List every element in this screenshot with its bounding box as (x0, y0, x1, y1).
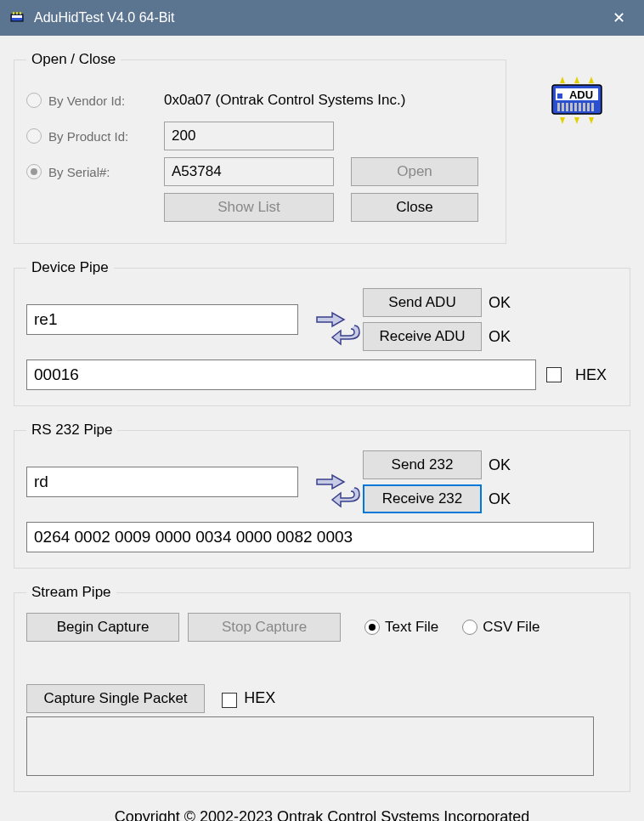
svg-rect-12 (557, 103, 560, 111)
device-pipe-legend: Device Pipe (26, 259, 114, 276)
svg-rect-10 (557, 93, 562, 99)
app-icon (8, 9, 25, 26)
csv-file-radio[interactable] (462, 620, 477, 635)
send-232-button[interactable]: Send 232 (363, 450, 482, 479)
svg-rect-20 (591, 103, 594, 111)
show-list-button: Show List (164, 193, 334, 222)
stream-pipe-legend: Stream Pipe (26, 584, 116, 601)
receive-arrow-icon (329, 324, 363, 349)
device-hex-checkbox[interactable] (546, 367, 562, 382)
device-hex-label: HEX (575, 366, 607, 384)
open-button: Open (351, 157, 478, 186)
receive-232-button[interactable]: Receive 232 (363, 484, 482, 513)
svg-rect-17 (579, 103, 581, 111)
svg-marker-21 (560, 117, 565, 124)
svg-marker-6 (574, 76, 579, 83)
capture-single-packet-button[interactable]: Capture Single Packet (26, 684, 205, 713)
send-adu-button[interactable]: Send ADU (363, 288, 482, 317)
svg-marker-5 (560, 76, 565, 83)
receive-232-status: OK (489, 490, 511, 508)
csv-file-label: CSV File (483, 619, 539, 636)
copyright-line: Copyright © 2002-2023 Ontrak Control Sys… (14, 807, 630, 821)
svg-rect-16 (574, 103, 577, 111)
title-bar: AduHidTest V4.0 64-Bit ✕ (0, 0, 644, 36)
stream-pipe-group: Stream Pipe Begin Capture Stop Capture T… (14, 584, 630, 792)
device-pipe-group: Device Pipe Send ADU OK Receive ADU OK (14, 259, 630, 406)
send-232-status: OK (489, 456, 511, 474)
serial-field: A53784 (164, 157, 334, 186)
packet-output (26, 716, 594, 776)
svg-text:ADU: ADU (569, 88, 593, 101)
client-area: Open / Close By Vendor Id: 0x0a07 (Ontra… (0, 36, 644, 821)
serial-radio (26, 164, 42, 179)
text-file-radio[interactable] (364, 620, 380, 635)
product-label: By Product Id: (48, 129, 128, 144)
vendor-radio (26, 93, 42, 108)
device-pipe-input[interactable] (26, 304, 298, 335)
send-adu-status: OK (489, 294, 511, 312)
svg-rect-18 (583, 103, 585, 111)
vendor-text: 0x0a07 (Ontrak Control Systems Inc.) (164, 92, 405, 109)
svg-marker-7 (589, 76, 594, 83)
window-title: AduHidTest V4.0 64-Bit (34, 10, 602, 25)
stream-hex-checkbox[interactable] (222, 693, 237, 708)
close-button-oc[interactable]: Close (351, 193, 478, 222)
svg-rect-1 (12, 15, 22, 18)
text-file-label: Text File (385, 619, 438, 636)
open-close-legend: Open / Close (26, 51, 121, 68)
receive-adu-button[interactable]: Receive ADU (363, 322, 482, 351)
stop-capture-button: Stop Capture (188, 613, 341, 642)
svg-marker-23 (589, 117, 594, 124)
open-close-group: Open / Close By Vendor Id: 0x0a07 (Ontra… (14, 51, 506, 244)
vendor-label: By Vendor Id: (48, 93, 125, 108)
rs232-group: RS 232 Pipe Send 232 OK Receive 232 OK (14, 422, 630, 569)
serial-label: By Serial#: (48, 165, 110, 179)
begin-capture-button[interactable]: Begin Capture (26, 613, 179, 642)
svg-rect-15 (570, 103, 573, 111)
footer: Copyright © 2002-2023 Ontrak Control Sys… (14, 807, 630, 821)
rs232-output: 0264 0002 0009 0000 0034 0000 0082 0003 (26, 522, 594, 552)
svg-marker-22 (574, 117, 579, 124)
rs232-legend: RS 232 Pipe (26, 422, 117, 439)
svg-rect-14 (566, 103, 568, 111)
stream-hex-label: HEX (244, 689, 275, 706)
receive-adu-status: OK (489, 328, 511, 346)
svg-rect-19 (587, 103, 590, 111)
adu-logo-icon: ADU (545, 75, 608, 128)
svg-rect-13 (562, 103, 564, 111)
product-id-field: 200 (164, 122, 334, 150)
close-button[interactable]: ✕ (602, 8, 636, 27)
rs232-receive-arrow-icon (329, 486, 363, 512)
rs232-input[interactable] (26, 467, 298, 497)
device-pipe-output: 00016 (26, 360, 536, 390)
product-radio (26, 128, 42, 144)
